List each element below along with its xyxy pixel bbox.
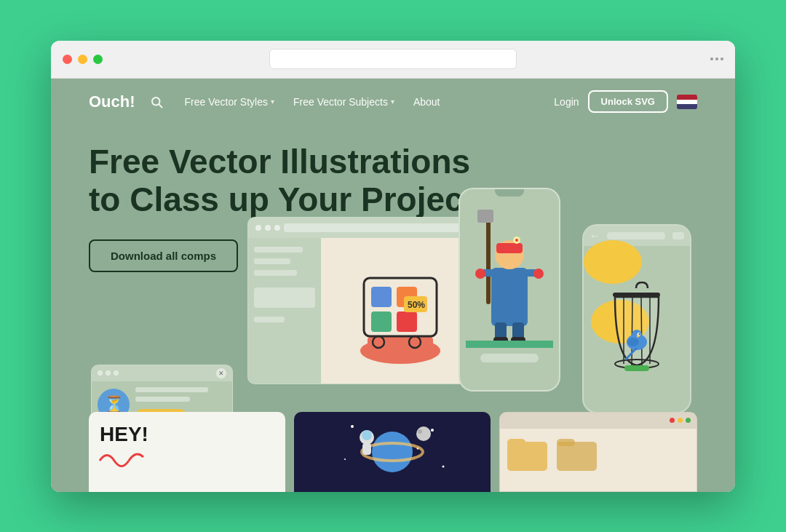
svg-rect-27 (511, 337, 525, 344)
svg-point-52 (372, 432, 413, 472)
chevron-down-icon: ▾ (271, 98, 274, 106)
svg-rect-9 (404, 296, 427, 312)
svg-rect-24 (495, 322, 507, 341)
svg-rect-62 (557, 439, 575, 446)
svg-point-57 (416, 426, 431, 441)
svg-point-32 (591, 300, 649, 344)
svg-point-12 (409, 336, 421, 348)
menu-dot (720, 57, 723, 60)
svg-point-54 (360, 430, 374, 445)
text-line (135, 387, 208, 392)
folder-content (500, 429, 696, 480)
svg-point-51 (442, 465, 445, 467)
svg-point-47 (366, 440, 368, 442)
traffic-lights (63, 55, 103, 64)
svg-point-43 (638, 333, 640, 336)
download-all-comps-button[interactable]: Download all comps (89, 239, 238, 272)
text-lines (135, 387, 226, 422)
svg-point-49 (417, 447, 419, 449)
svg-point-41 (632, 330, 642, 340)
svg-line-1 (159, 104, 162, 107)
svg-point-45 (627, 338, 639, 346)
close-dot (670, 418, 675, 423)
close-button[interactable] (63, 55, 72, 64)
url-bar[interactable] (269, 49, 517, 69)
svg-line-35 (632, 297, 632, 365)
svg-point-11 (373, 336, 384, 348)
svg-rect-39 (624, 365, 649, 371)
hero-section: Free Vector Illustrations to Class up Yo… (51, 125, 735, 273)
browser-window: Ouch! Free Vector Styles ▾ Free Vector S… (51, 41, 735, 492)
window-dot (114, 370, 119, 376)
svg-marker-42 (637, 333, 640, 338)
unlock-svg-button[interactable]: Unlock SVG (588, 90, 668, 113)
svg-line-36 (641, 297, 642, 365)
svg-point-2 (360, 338, 440, 364)
svg-point-44 (639, 333, 640, 335)
window-dot (106, 370, 111, 376)
svg-rect-61 (557, 442, 597, 471)
language-flag[interactable] (677, 95, 697, 109)
svg-point-53 (362, 443, 423, 461)
browser-menu (710, 57, 723, 60)
nav-right: Login Unlock SVG (554, 90, 697, 113)
hey-text: HEY! (89, 412, 285, 446)
svg-point-50 (344, 458, 346, 460)
svg-point-40 (627, 334, 647, 350)
minimize-button[interactable] (78, 55, 87, 64)
svg-point-58 (418, 429, 422, 434)
bottom-cards-row: HEY! (51, 412, 735, 492)
svg-rect-4 (364, 278, 437, 336)
nav-item-about[interactable]: About (406, 92, 448, 112)
svg-rect-25 (512, 322, 524, 341)
space-illustration (294, 412, 491, 492)
close-icon[interactable]: ✕ (216, 368, 226, 378)
svg-rect-28 (466, 341, 553, 348)
action-pill (135, 409, 186, 422)
hourglass-icon: ⏳ (98, 389, 130, 421)
maximize-dot (686, 418, 691, 423)
nav-links: Free Vector Styles ▾ Free Vector Subject… (178, 92, 555, 112)
window-dots (98, 370, 119, 376)
svg-point-56 (362, 430, 372, 440)
notification-content: ⏳ (92, 381, 232, 428)
svg-text:50%: 50% (408, 300, 425, 310)
svg-rect-59 (507, 442, 547, 471)
browser-chrome (51, 41, 735, 79)
nav-item-vector-subjects[interactable]: Free Vector Subjects ▾ (286, 92, 402, 112)
folder-bar (500, 413, 696, 429)
notification-bar: ✕ (92, 365, 232, 381)
chevron-down-icon: ▾ (391, 98, 394, 106)
window-dot (98, 370, 103, 376)
notification-card: ✕ ⏳ (91, 365, 233, 448)
menu-dot (710, 57, 713, 60)
login-button[interactable]: Login (554, 96, 579, 108)
search-button[interactable] (150, 95, 163, 108)
nav-item-vector-styles[interactable]: Free Vector Styles ▾ (178, 92, 282, 112)
minimize-dot (678, 418, 683, 423)
svg-rect-7 (371, 311, 392, 332)
space-card (294, 412, 491, 492)
menu-dot (715, 57, 718, 60)
svg-rect-33 (613, 293, 660, 297)
svg-rect-8 (397, 311, 417, 332)
svg-rect-5 (371, 287, 392, 307)
svg-point-48 (431, 429, 434, 432)
svg-rect-55 (362, 443, 371, 455)
svg-rect-26 (493, 337, 508, 344)
svg-rect-60 (507, 439, 525, 446)
svg-rect-6 (397, 287, 417, 307)
hey-card: HEY! (89, 412, 285, 492)
hero-title: Free Vector Illustrations to Class up Yo… (89, 143, 482, 220)
site-content: Ouch! Free Vector Styles ▾ Free Vector S… (51, 79, 735, 492)
logo[interactable]: Ouch! (89, 92, 135, 111)
svg-rect-3 (368, 336, 433, 351)
folder-card (499, 412, 697, 492)
navbar: Ouch! Free Vector Styles ▾ Free Vector S… (51, 79, 735, 125)
svg-rect-15 (491, 268, 528, 326)
svg-point-38 (615, 360, 659, 368)
svg-point-46 (351, 425, 354, 428)
text-line (135, 397, 190, 402)
maximize-button[interactable] (93, 55, 103, 64)
